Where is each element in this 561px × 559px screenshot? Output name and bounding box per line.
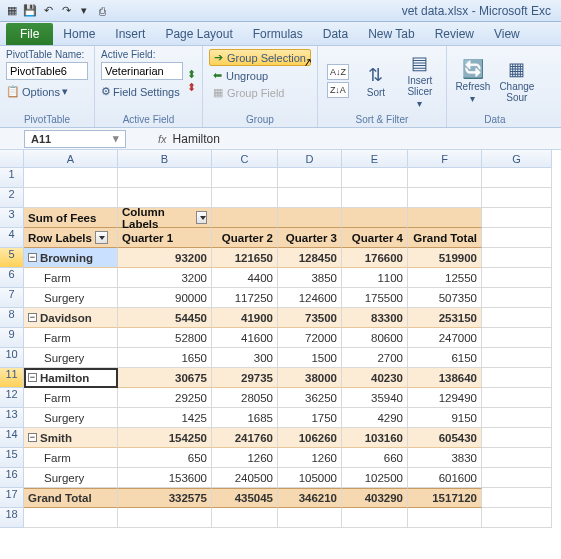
cell[interactable]: 12550 [408,268,482,288]
cell[interactable]: 519900 [408,248,482,268]
cell[interactable]: Farm [24,448,118,468]
tab-view[interactable]: View [484,23,530,45]
cell[interactable] [482,228,552,248]
cell[interactable]: 73500 [278,308,342,328]
col-header[interactable]: C [212,150,278,168]
collapse-field-icon[interactable]: ⬍ [187,81,196,94]
cell[interactable] [24,188,118,208]
cell[interactable]: Surgery [24,468,118,488]
cell[interactable]: Farm [24,328,118,348]
cell[interactable] [408,208,482,228]
cell[interactable]: 83300 [342,308,408,328]
cell[interactable]: 601600 [408,468,482,488]
cell[interactable]: 103160 [342,428,408,448]
sort-desc-button[interactable]: Z↓A [327,82,349,98]
cell[interactable]: 1425 [118,408,212,428]
print-icon[interactable]: ⎙ [94,3,110,19]
collapse-icon[interactable]: − [28,253,37,262]
cell[interactable] [212,208,278,228]
active-field-input[interactable] [101,62,183,80]
cell[interactable]: 253150 [408,308,482,328]
cell[interactable] [408,508,482,528]
cell[interactable]: 507350 [408,288,482,308]
col-header[interactable]: E [342,150,408,168]
cell[interactable]: Farm [24,268,118,288]
cell[interactable]: 660 [342,448,408,468]
cell[interactable]: Surgery [24,348,118,368]
active-cell[interactable]: −Hamilton [24,368,118,388]
cell[interactable]: Grand Total [24,488,118,508]
cell[interactable]: 247000 [408,328,482,348]
collapse-icon[interactable]: − [28,433,37,442]
col-header[interactable]: G [482,150,552,168]
row-header[interactable]: 5 [0,248,24,268]
cell[interactable]: 41600 [212,328,278,348]
cell[interactable]: 153600 [118,468,212,488]
cell[interactable] [482,428,552,448]
cell[interactable]: −Browning [24,248,118,268]
save-icon[interactable]: 💾 [22,3,38,19]
cell[interactable] [278,208,342,228]
cell[interactable] [342,168,408,188]
cell[interactable]: Surgery [24,408,118,428]
collapse-icon[interactable]: − [28,373,37,382]
cell[interactable]: 154250 [118,428,212,448]
row-header[interactable]: 3 [0,208,24,228]
cell[interactable]: 1260 [212,448,278,468]
cell[interactable] [24,168,118,188]
cell[interactable]: 40230 [342,368,408,388]
row-header[interactable]: 14 [0,428,24,448]
cell[interactable] [482,168,552,188]
row-header[interactable]: 2 [0,188,24,208]
cell[interactable]: 9150 [408,408,482,428]
cell[interactable]: Grand Total [408,228,482,248]
col-header[interactable]: D [278,150,342,168]
row-header[interactable]: 6 [0,268,24,288]
filter-dropdown-icon[interactable] [196,211,207,224]
tab-insert[interactable]: Insert [105,23,155,45]
cell[interactable] [482,268,552,288]
name-box[interactable]: A11▾ [24,130,126,148]
cell[interactable]: Quarter 3 [278,228,342,248]
cell[interactable]: 3850 [278,268,342,288]
row-header[interactable]: 12 [0,388,24,408]
cell[interactable]: 1517120 [408,488,482,508]
cell[interactable] [482,328,552,348]
collapse-icon[interactable]: − [28,313,37,322]
sort-asc-button[interactable]: A↓Z [327,64,349,80]
cell[interactable]: Quarter 1 [118,228,212,248]
cell[interactable]: 105000 [278,468,342,488]
cell[interactable]: Column Labels [118,208,212,228]
row-header[interactable]: 8 [0,308,24,328]
cell[interactable] [482,188,552,208]
row-header[interactable]: 7 [0,288,24,308]
expand-field-icon[interactable]: ⬍ [187,68,196,81]
cell[interactable]: 102500 [342,468,408,488]
cell[interactable]: Surgery [24,288,118,308]
row-header[interactable]: 10 [0,348,24,368]
filter-dropdown-icon[interactable] [95,231,108,244]
undo-icon[interactable]: ↶ [40,3,56,19]
cell[interactable] [342,188,408,208]
cell[interactable] [482,208,552,228]
cell[interactable]: 35940 [342,388,408,408]
cell[interactable] [482,448,552,468]
cell[interactable]: 346210 [278,488,342,508]
select-all-corner[interactable] [0,150,24,168]
cell[interactable]: 121650 [212,248,278,268]
cell[interactable]: 129490 [408,388,482,408]
cell[interactable]: 54450 [118,308,212,328]
cell[interactable] [408,188,482,208]
cell[interactable] [482,368,552,388]
cell[interactable]: Quarter 4 [342,228,408,248]
tab-new-tab[interactable]: New Tab [358,23,424,45]
cell[interactable] [482,288,552,308]
tab-formulas[interactable]: Formulas [243,23,313,45]
cell[interactable]: 241760 [212,428,278,448]
cell[interactable]: 240500 [212,468,278,488]
cell[interactable]: 1500 [278,348,342,368]
cell[interactable] [212,168,278,188]
options-button[interactable]: 📋 Options ▾ [6,85,88,98]
cell[interactable]: 650 [118,448,212,468]
sort-button[interactable]: ⇅Sort [356,49,396,112]
